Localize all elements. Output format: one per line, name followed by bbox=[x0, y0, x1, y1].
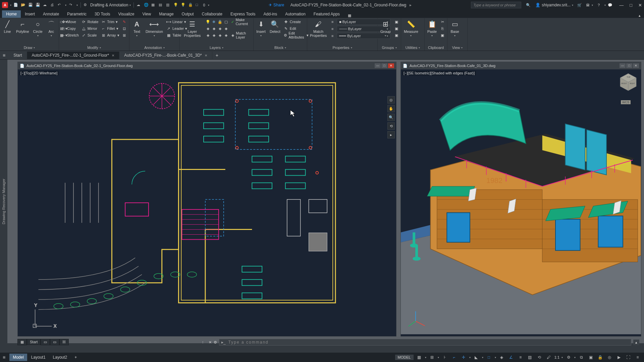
markup-icon[interactable]: ▤ bbox=[159, 3, 163, 7]
tab-expresstools[interactable]: Express Tools bbox=[226, 10, 259, 18]
file-tab-start[interactable]: Start bbox=[9, 52, 27, 59]
viewport-2d-label[interactable]: [−][Top][2D Wireframe] bbox=[19, 71, 59, 75]
layer-tool2[interactable]: ◈◈◈◈ bbox=[205, 32, 229, 38]
copy-button[interactable]: ⎘Copy bbox=[60, 25, 79, 32]
search-icon[interactable]: 🔍 bbox=[526, 3, 531, 7]
strip-icon2[interactable]: ▭ bbox=[50, 339, 59, 345]
tab-view[interactable]: View bbox=[138, 10, 155, 18]
maximize-icon[interactable]: □ bbox=[630, 3, 632, 8]
bulb-on-icon[interactable]: 💡 bbox=[173, 3, 178, 7]
workspace-selector[interactable]: Drafting & Annotation▾ bbox=[90, 3, 131, 7]
file-tab-2[interactable]: AutoCAD-FY25_Fire-...-Book-Cafe_01_3D*✕ bbox=[119, 52, 212, 59]
cmd-close-icon[interactable]: ✕ bbox=[209, 340, 212, 345]
viewport-2d-canvas[interactable]: [−][Top][2D Wireframe] bbox=[18, 69, 396, 336]
scale-button[interactable]: ⤢Scale bbox=[81, 32, 99, 38]
tab-addins[interactable]: Add-ins bbox=[259, 10, 281, 18]
tab-automation[interactable]: Automation bbox=[281, 10, 310, 18]
hardware-accel-toggle[interactable]: ▶ bbox=[615, 354, 623, 361]
sheets-icon[interactable]: ▦ bbox=[151, 3, 156, 7]
cmd-expand-icon[interactable]: ▴ bbox=[633, 340, 639, 345]
gear-status-icon[interactable]: ⚙ bbox=[565, 354, 572, 361]
tab-home[interactable]: Home bbox=[2, 10, 21, 18]
otrack-toggle[interactable]: ∠ bbox=[507, 354, 515, 361]
ortho-toggle[interactable]: ⌐ bbox=[450, 354, 458, 361]
close-tab-icon[interactable]: ✕ bbox=[112, 54, 114, 57]
share-view-icon[interactable]: 🌐 bbox=[144, 3, 149, 7]
lock-icon[interactable]: 🔒 bbox=[188, 3, 193, 7]
tab-output[interactable]: Output bbox=[178, 10, 198, 18]
trim-button[interactable]: ✂Trim ▾ bbox=[100, 19, 120, 25]
cart-icon[interactable]: 🛒 bbox=[577, 3, 582, 7]
units-toggle[interactable]: ⧉ bbox=[578, 354, 585, 361]
group-button[interactable]: ⊞Group▾ bbox=[379, 19, 392, 38]
tab-insert[interactable]: Insert bbox=[21, 10, 39, 18]
strip-icon3[interactable]: ☒ bbox=[59, 339, 69, 345]
nav-wheel-icon[interactable]: ◎ bbox=[387, 96, 395, 104]
iso-toggle[interactable]: ◣ bbox=[473, 354, 480, 361]
line-button[interactable]: ╱Line bbox=[1, 19, 13, 34]
rotate-button[interactable]: ⟳Rotate bbox=[81, 19, 99, 25]
layout2-tab[interactable]: Layout2 bbox=[50, 354, 71, 361]
viewport-3d-label[interactable]: [−][SE Isometric][Shaded with edges (Fas… bbox=[402, 71, 476, 75]
arc-button[interactable]: ⌒Arc▾ bbox=[45, 19, 57, 38]
tab-manage[interactable]: Manage bbox=[155, 10, 177, 18]
cmd-history-icon[interactable]: ↕ bbox=[202, 340, 207, 345]
plot-icon[interactable]: 🖨 bbox=[50, 3, 55, 7]
mirror-button[interactable]: ⧋Mirror bbox=[81, 25, 99, 32]
match-properties-button[interactable]: 🖌Match Properties bbox=[309, 19, 328, 38]
fillet-button[interactable]: ⌐Fillet ▾ bbox=[100, 25, 120, 32]
modify-ext2[interactable]: ⊡ bbox=[121, 25, 127, 32]
vp-close-icon[interactable]: ✕ bbox=[633, 63, 639, 68]
move-button[interactable]: ✥Move bbox=[60, 19, 79, 25]
detect-button[interactable]: 🔍Detect bbox=[268, 19, 282, 34]
lock-ui-toggle[interactable]: 🔒 bbox=[596, 354, 604, 361]
tab-collaborate[interactable]: Collaborate bbox=[198, 10, 226, 18]
redo-icon[interactable]: ↷ bbox=[69, 3, 74, 7]
app-home-icon[interactable]: 🏛 bbox=[586, 3, 590, 7]
showmotion-icon[interactable]: ▸ bbox=[387, 131, 395, 138]
gear-icon[interactable]: ⚙ bbox=[84, 3, 88, 7]
saveas-icon[interactable]: 💾 bbox=[36, 3, 40, 7]
infer-toggle[interactable]: ⊦ bbox=[441, 354, 448, 361]
viewport-2d[interactable]: 📄 AutoCAD-FY25_Fire-Station-Book-Cafe_02… bbox=[17, 62, 396, 337]
wcs-label[interactable]: WCS bbox=[621, 100, 631, 104]
cloud-icon[interactable]: ☁ bbox=[137, 3, 141, 7]
base-view-button[interactable]: ▭Base▾ bbox=[449, 19, 461, 38]
3dosnap-toggle[interactable]: ◈ bbox=[498, 354, 505, 361]
close-tab-icon[interactable]: ✕ bbox=[205, 54, 207, 57]
pan-icon[interactable]: ✋ bbox=[387, 105, 395, 112]
search-input[interactable]: Type a keyword or phrase bbox=[471, 2, 521, 8]
osnap-toggle[interactable]: □ bbox=[485, 354, 493, 361]
tab-3dtools[interactable]: 3D Tools bbox=[91, 10, 114, 18]
match-layer-button[interactable]: ◈Match Layer bbox=[230, 32, 252, 38]
user-account[interactable]: 👤 shiyamdev.srit... ▾ bbox=[535, 3, 573, 7]
create-block-button[interactable]: ✚Create bbox=[283, 19, 309, 25]
app-menu-chevron[interactable]: ▾ bbox=[10, 4, 11, 7]
viewport-3d-canvas[interactable]: [−][SE Isometric][Shaded with edges (Fas… bbox=[401, 69, 641, 336]
layer-tool1[interactable]: ◈◈◈◈ bbox=[205, 25, 229, 32]
help-icon[interactable]: ? bbox=[598, 3, 600, 7]
annoscale-icon[interactable]: 🖊 bbox=[545, 354, 552, 361]
tab-annotate[interactable]: Annotate bbox=[39, 10, 63, 18]
ribbon-extra-icon[interactable]: ▦ bbox=[348, 13, 351, 18]
modify-ext1[interactable]: ✎ bbox=[121, 19, 127, 25]
layer-properties-button[interactable]: ☰Layer Properties bbox=[181, 19, 204, 38]
circle-button[interactable]: ○Circle▾ bbox=[32, 19, 44, 38]
array-button[interactable]: ⊞Array ▾ bbox=[100, 32, 120, 38]
app-icon[interactable]: A bbox=[2, 2, 8, 8]
add-layout-button[interactable]: + bbox=[71, 354, 80, 361]
layout-menu-icon[interactable]: ≡ bbox=[3, 355, 5, 360]
customize-status-icon[interactable]: ≡ bbox=[634, 354, 641, 361]
share-link[interactable]: ✈ Share bbox=[269, 3, 284, 7]
open-icon[interactable]: 📂 bbox=[21, 3, 25, 7]
bulb-off-icon[interactable]: 💡 bbox=[181, 3, 185, 7]
model-space-button[interactable]: MODEL bbox=[395, 355, 414, 360]
measure-button[interactable]: 📏Measure▾ bbox=[402, 19, 420, 38]
vp-close-icon[interactable]: ✕ bbox=[388, 63, 394, 68]
cmd-config-icon[interactable]: ⚙ bbox=[214, 340, 217, 345]
strip-start[interactable]: Start bbox=[27, 339, 41, 345]
vp-min-icon[interactable]: — bbox=[620, 63, 626, 68]
text-button[interactable]: AText▾ bbox=[131, 19, 143, 38]
isolate-toggle[interactable]: ◎ bbox=[606, 354, 613, 361]
make-current-button[interactable]: ✓Make Current bbox=[230, 19, 252, 25]
